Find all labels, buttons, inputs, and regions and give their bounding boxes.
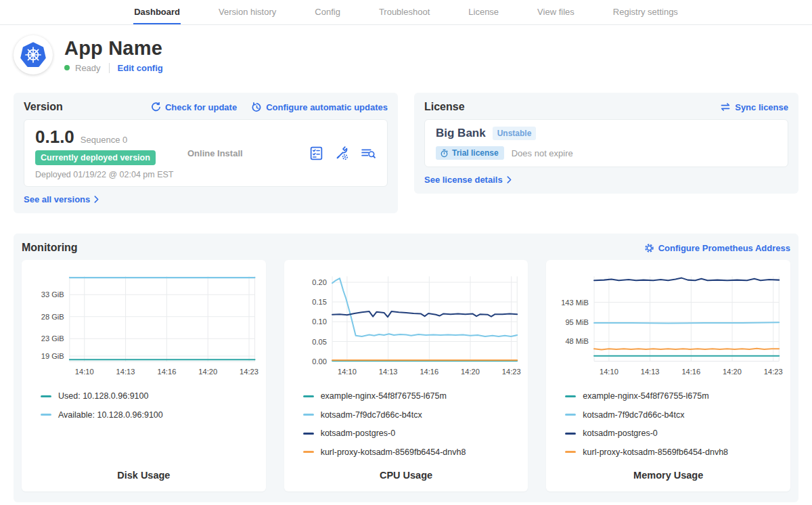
legend-item: Available: 10.128.0.96:9100 — [41, 410, 261, 420]
version-panel-title: Version — [24, 101, 63, 113]
svg-text:14:13: 14:13 — [378, 368, 397, 376]
disk-usage-chart-card: 14:1014:1314:1614:2014:2333 GiB28 GiB23 … — [22, 260, 266, 491]
svg-text:0.05: 0.05 — [312, 338, 327, 346]
legend-item: Used: 10.128.0.96:9100 — [41, 391, 261, 401]
monitoring-title: Monitoring — [22, 242, 78, 254]
legend-swatch — [303, 395, 314, 397]
status-dot — [64, 65, 70, 70]
see-all-versions-link[interactable]: See all versions — [24, 194, 99, 204]
svg-text:23 GiB: 23 GiB — [41, 334, 64, 343]
preflight-checks-button[interactable] — [309, 146, 324, 161]
svg-text:14:20: 14:20 — [198, 368, 217, 376]
chart-title: Disk Usage — [27, 466, 261, 487]
svg-text:0.00: 0.00 — [312, 357, 327, 366]
legend-item: kotsadm-7f9dc7d66c-b4tcx — [565, 410, 785, 420]
edit-config-version-button[interactable] — [334, 146, 350, 161]
configure-prometheus-link[interactable]: Configure Prometheus Address — [644, 243, 790, 253]
svg-text:14:16: 14:16 — [157, 368, 176, 376]
chart-title: CPU Usage — [290, 466, 523, 487]
license-panel: License Sync license Big Bank Unstable — [414, 93, 798, 194]
legend-item: kurl-proxy-kotsadm-8569fb6454-dnvh8 — [303, 447, 523, 457]
trial-license-badge: Trial license — [436, 146, 504, 160]
tab-version-history[interactable]: Version history — [218, 0, 277, 24]
legend-item: example-nginx-54f8f76755-l675m — [303, 391, 523, 401]
kubernetes-logo — [19, 41, 47, 69]
chevron-right-icon — [94, 196, 99, 203]
sync-license-link[interactable]: Sync license — [720, 102, 788, 112]
svg-text:14:10: 14:10 — [600, 368, 618, 376]
legend-label: kotsadm-postgres-0 — [321, 429, 395, 438]
legend-label: example-nginx-54f8f76755-l675m — [321, 391, 447, 401]
customer-name: Big Bank — [436, 127, 486, 140]
tab-dashboard[interactable]: Dashboard — [133, 0, 181, 24]
legend-label: Available: 10.128.0.96:9100 — [58, 410, 163, 420]
cpu-usage-plot: 14:1014:1314:1614:2014:230.200.150.100.0… — [290, 267, 523, 383]
config-wrench-icon — [334, 146, 350, 161]
scheduled-update-icon — [252, 102, 262, 112]
svg-text:14:10: 14:10 — [338, 368, 357, 376]
disk-usage-legend: Used: 10.128.0.96:9100Available: 10.128.… — [41, 391, 261, 429]
edit-config-link[interactable]: Edit config — [118, 63, 163, 73]
version-sequence: Sequence 0 — [81, 135, 127, 145]
tab-view-files[interactable]: View files — [537, 0, 575, 24]
svg-text:14:20: 14:20 — [723, 368, 742, 376]
deploy-logs-icon — [360, 146, 376, 161]
legend-label: example-nginx-54f8f76755-l675m — [583, 391, 708, 401]
svg-text:143 MiB: 143 MiB — [562, 299, 589, 307]
cards-row: Version Check for update Configure au — [14, 93, 798, 213]
legend-swatch — [303, 433, 314, 435]
legend-item: example-nginx-54f8f76755-l675m — [565, 391, 785, 401]
svg-text:0.20: 0.20 — [312, 278, 327, 286]
tab-config[interactable]: Config — [314, 0, 341, 24]
legend-swatch — [41, 414, 51, 416]
legend-label: kotsadm-7f9dc7d66c-b4tcx — [583, 410, 684, 420]
svg-text:0.15: 0.15 — [312, 298, 327, 306]
legend-item: kotsadm-postgres-0 — [303, 429, 523, 438]
legend-swatch — [41, 395, 51, 397]
gear-icon — [644, 243, 654, 253]
legend-label: kotsadm-7f9dc7d66c-b4tcx — [321, 410, 422, 420]
legend-item: kotsadm-7f9dc7d66c-b4tcx — [303, 410, 523, 420]
app-logo — [14, 35, 53, 74]
app-status-text: Ready — [75, 63, 101, 73]
deployed-badge: Currently deployed version — [35, 150, 156, 165]
tab-license[interactable]: License — [468, 0, 499, 24]
svg-text:19 GiB: 19 GiB — [41, 352, 64, 360]
svg-text:14:23: 14:23 — [764, 368, 783, 376]
memory-usage-chart-card: 14:1014:1314:1614:2014:23143 MiB95 MiB48… — [546, 260, 790, 491]
deploy-logs-button[interactable] — [360, 146, 376, 161]
chart-title: Memory Usage — [551, 466, 785, 487]
legend-label: kotsadm-postgres-0 — [583, 429, 657, 438]
deployed-timestamp: Deployed 01/19/22 @ 02:04 pm EST — [35, 170, 187, 179]
see-license-details-link[interactable]: See license details — [424, 175, 512, 185]
preflight-checks-icon — [309, 146, 324, 161]
legend-swatch — [303, 451, 314, 453]
svg-text:14:13: 14:13 — [116, 368, 135, 376]
svg-text:33 GiB: 33 GiB — [41, 290, 64, 299]
legend-swatch — [565, 433, 576, 435]
top-nav: DashboardVersion historyConfigTroublesho… — [0, 0, 812, 25]
svg-text:14:10: 14:10 — [75, 368, 94, 376]
current-version-card: 0.1.0 Sequence 0 Currently deployed vers… — [24, 119, 388, 187]
install-type-label: Online Install — [187, 148, 309, 158]
legend-swatch — [565, 414, 576, 416]
charts-row: 14:1014:1314:1614:2014:2333 GiB28 GiB23 … — [22, 260, 790, 491]
svg-text:14:23: 14:23 — [240, 368, 258, 376]
app-header: App Name Ready Edit config — [14, 35, 798, 74]
svg-text:14:23: 14:23 — [502, 368, 521, 376]
memory-usage-plot: 14:1014:1314:1614:2014:23143 MiB95 MiB48… — [551, 267, 785, 383]
svg-text:14:13: 14:13 — [641, 368, 660, 376]
tab-troubleshoot[interactable]: Troubleshoot — [378, 0, 430, 24]
svg-text:14:20: 14:20 — [461, 368, 480, 376]
svg-text:28 GiB: 28 GiB — [41, 313, 64, 321]
legend-item: kotsadm-postgres-0 — [565, 429, 785, 438]
svg-text:0.10: 0.10 — [312, 317, 327, 326]
configure-automatic-updates-link[interactable]: Configure automatic updates — [252, 102, 388, 112]
tab-registry-settings[interactable]: Registry settings — [612, 0, 679, 24]
legend-swatch — [303, 414, 314, 416]
svg-text:48 MiB: 48 MiB — [566, 337, 589, 345]
check-for-update-link[interactable]: Check for update — [151, 102, 237, 112]
legend-label: kurl-proxy-kotsadm-8569fb6454-dnvh8 — [583, 447, 728, 457]
legend-swatch — [565, 395, 576, 397]
disk-usage-plot: 14:1014:1314:1614:2014:2333 GiB28 GiB23 … — [27, 267, 261, 383]
